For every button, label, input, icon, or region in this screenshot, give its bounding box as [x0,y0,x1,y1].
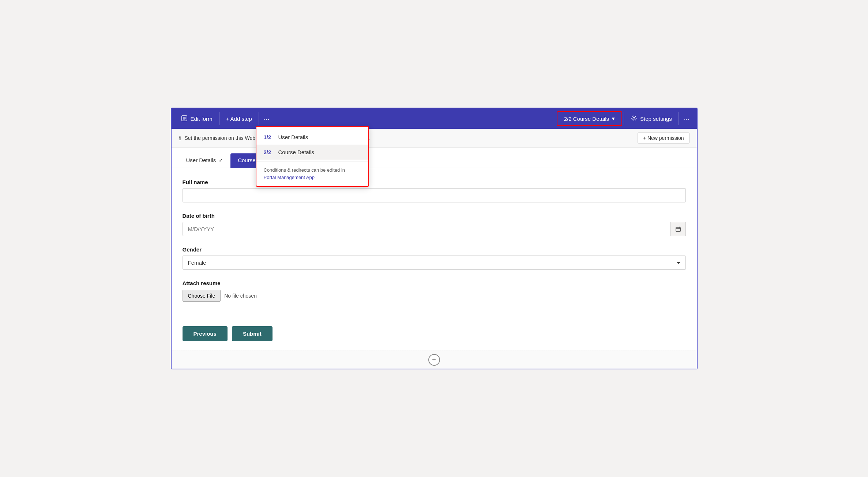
step-more-dots: ··· [683,115,689,123]
gender-select[interactable]: Female Male Other Prefer not to say [183,256,686,270]
no-file-text: No file chosen [224,293,257,299]
date-input-wrapper [183,222,686,236]
file-input-row: Choose File No file chosen [183,290,686,302]
permission-banner: ℹ Set the permission on this Web form so… [172,129,697,148]
date-of-birth-label: Date of birth [183,213,686,219]
attach-resume-section: Attach resume Choose File No file chosen [183,280,686,302]
form-editor-wrapper: Edit form + Add step ··· 2/2 Course Deta… [171,108,698,369]
dropdown-divider [256,161,368,161]
calendar-icon[interactable] [671,222,686,236]
new-permission-button[interactable]: + New permission [638,133,689,144]
date-of-birth-input[interactable] [183,222,671,236]
gear-icon [631,115,637,123]
svg-point-4 [633,117,635,119]
add-step-button[interactable]: + Add step [219,108,259,129]
edit-form-label: Edit form [191,116,213,122]
choose-file-button[interactable]: Choose File [183,290,221,302]
field-gender: Gender Female Male Other Prefer not to s… [183,246,686,270]
add-section-button[interactable]: + [428,354,440,366]
dropdown-item-2[interactable]: 2/2 Course Details [256,145,368,160]
info-icon: ℹ [179,135,181,142]
tab-user-details[interactable]: User Details ✓ [179,153,231,168]
form-actions: Previous Submit [172,320,697,350]
field-date-of-birth: Date of birth [183,213,686,236]
choose-file-label: Choose File [188,293,215,299]
step-settings-button[interactable]: Step settings [624,108,679,129]
step-label: 2/2 Course Details [564,116,609,122]
add-step-label: + Add step [226,116,252,122]
previous-label: Previous [193,331,217,337]
dropdown-item-1[interactable]: 1/2 User Details [256,130,368,145]
dropdown-step-label-1: User Details [278,134,308,140]
previous-button[interactable]: Previous [183,326,228,341]
submit-button[interactable]: Submit [232,326,273,341]
step-dropdown-button[interactable]: 2/2 Course Details ▾ [557,111,622,126]
attach-resume-label: Attach resume [183,280,686,286]
gender-label: Gender [183,246,686,253]
dropdown-step-num-2: 2/2 [264,149,274,155]
submit-label: Submit [243,331,262,337]
dropdown-footer-text: Conditions & redirects can be edited in [264,167,345,173]
edit-form-icon [181,115,188,123]
tab-user-details-label: User Details [186,157,216,163]
full-name-input[interactable] [183,188,686,202]
dropdown-footer: Conditions & redirects can be edited in … [256,163,368,183]
toolbar: Edit form + Add step ··· 2/2 Course Deta… [172,108,697,129]
toolbar-more-dots: ··· [263,115,270,123]
portal-management-link[interactable]: Portal Management App [264,175,315,180]
svg-rect-5 [676,227,680,231]
checkmark-icon: ✓ [219,157,223,163]
step-dropdown-overlay: 1/2 User Details 2/2 Course Details Cond… [256,126,369,187]
step-tabs: User Details ✓ Course Details [172,148,697,168]
new-permission-label: + New permission [643,135,684,141]
step-more-button[interactable]: ··· [679,108,694,129]
chevron-down-icon: ▾ [612,115,615,122]
dropdown-step-label-2: Course Details [278,149,314,155]
dropdown-step-num-1: 1/2 [264,134,274,140]
form-content: Full name Date of birth Gender [172,168,697,320]
edit-form-button[interactable]: Edit form [174,108,219,129]
step-settings-label: Step settings [640,116,672,122]
add-section-icon: + [432,356,436,364]
bottom-bar: + [172,350,697,369]
